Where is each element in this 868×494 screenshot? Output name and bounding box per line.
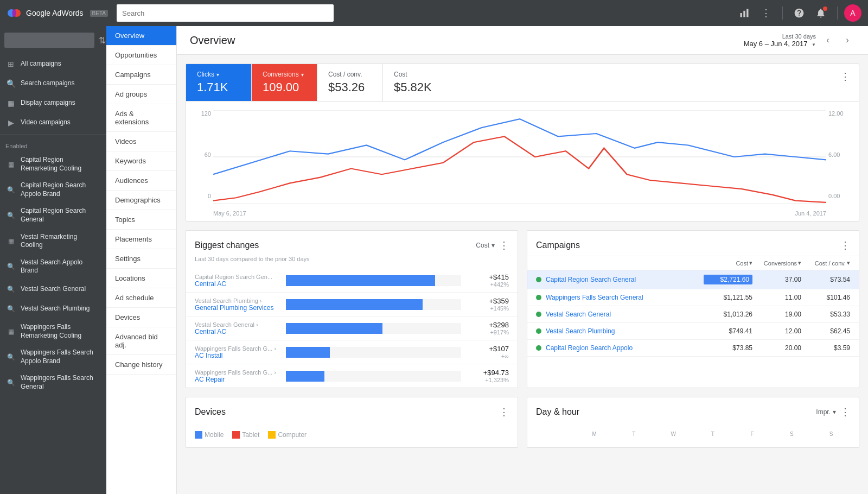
notification-icon[interactable] [811, 3, 831, 23]
notification-dot [823, 7, 827, 11]
biggest-changes-filter[interactable]: Cost [471, 239, 499, 251]
date-next-button[interactable] [840, 33, 855, 48]
app-logo[interactable]: Google AdWords BETA [7, 5, 108, 21]
changes-name-2[interactable]: General Plumbing Services [195, 304, 282, 312]
sidebar-item-all-campaigns[interactable]: ⊞ All campaigns ⋮ [0, 54, 106, 74]
changes-name-1[interactable]: Central AC [195, 280, 282, 288]
sidebar-label-display-campaigns: Display campaigns [21, 99, 88, 107]
search-campaign-icon-4: 🔍 [5, 284, 16, 295]
day-hour-filter[interactable]: Impr. [812, 406, 840, 418]
devices-more-button[interactable]: ⋮ [499, 406, 509, 418]
date-range-value[interactable]: May 6 – Jun 4, 2017 [744, 40, 816, 48]
metrics-more-button[interactable]: ⋮ [832, 64, 859, 101]
cpa-value: $53.26 [328, 80, 372, 94]
help-icon[interactable] [789, 3, 809, 23]
metrics-chart-container: Clicks 1.71K Conversions 109.00 [186, 64, 859, 221]
nav-item-overview[interactable]: Overview [106, 26, 176, 46]
campaign-cost-4: $749.41 [704, 327, 752, 335]
sidebar-campaign-cap-appolo[interactable]: 🔍 Capital Region Search Appolo Brand [0, 177, 106, 202]
search-campaign-icon-1: 🔍 [5, 185, 16, 195]
nav-item-keywords[interactable]: Keywords [106, 151, 176, 171]
campaigns-panel-more-button[interactable]: ⋮ [840, 239, 850, 251]
top-search-input[interactable] [117, 4, 334, 22]
nav-item-devices[interactable]: Devices [106, 308, 176, 327]
campaigns-col-cpa[interactable]: Cost / conv. [801, 259, 850, 267]
campaign-status-dot-5 [536, 345, 541, 351]
changes-bar-container-3 [286, 323, 461, 334]
sidebar-sort-button[interactable]: ⇅ [99, 35, 106, 46]
campaign-row-5: Capital Region Search Appolo $73.85 20.0… [527, 340, 859, 357]
metrics-row: Clicks 1.71K Conversions 109.00 [186, 64, 859, 102]
campaign-name-5[interactable]: Capital Region Search Appolo [546, 344, 704, 352]
nav-item-settings[interactable]: Settings [106, 249, 176, 269]
nav-item-ad-groups[interactable]: Ad groups [106, 85, 176, 104]
sidebar-campaign-vestal-plumbing[interactable]: 🔍 Vestal Search Plumbing [0, 299, 106, 319]
campaign-name-1[interactable]: Capital Region Search General [546, 276, 704, 283]
campaigns-col-cost[interactable]: Cost [704, 259, 752, 267]
nav-item-ads-extensions[interactable]: Ads & extensions [106, 104, 176, 132]
metric-card-conversions[interactable]: Conversions 109.00 [252, 64, 317, 101]
sidebar-campaign-vestal-general[interactable]: 🔍 Vestal Search General [0, 280, 106, 299]
sidebar-campaign-vestal-remarket[interactable]: ▦ Vestal Remarketing Cooling [0, 229, 106, 254]
chevron-left-icon [826, 35, 829, 45]
nav-item-locations[interactable]: Locations [106, 269, 176, 288]
sidebar-campaign-wappingers-remarket[interactable]: ▦ Wappingers Falls Remarketing Cooling [0, 319, 106, 344]
avatar[interactable]: A [844, 4, 861, 22]
campaign-cpa-3: $53.33 [801, 311, 850, 318]
sidebar-search-input[interactable] [4, 33, 94, 48]
sidebar-campaign-wappingers-general[interactable]: 🔍 Wappingers Falls Search General [0, 370, 106, 395]
campaign-cpa-2: $101.46 [801, 294, 850, 301]
nav-item-placements[interactable]: Placements [106, 230, 176, 249]
conversions-label: Conversions [263, 71, 306, 78]
campaign-status-dot-3 [536, 312, 541, 317]
date-prev-button[interactable] [820, 33, 835, 48]
changes-row: Vestal Search General › Central AC +$298… [186, 316, 518, 340]
more-icon[interactable]: ⋮ [756, 3, 776, 23]
campaigns-col-conversions[interactable]: Conversions [752, 259, 801, 267]
conversions-value: 109.00 [263, 80, 306, 94]
day-hour-more-button[interactable]: ⋮ [840, 406, 850, 418]
campaign-name-2[interactable]: Wappingers Falls Search General [546, 294, 704, 301]
campaign-name-3[interactable]: Vestal Search General [546, 311, 704, 318]
changes-amount-5: +$94.73 [465, 369, 509, 377]
changes-name-3[interactable]: Central AC [195, 328, 282, 335]
day-hour-filter-icon [833, 408, 836, 416]
changes-table: Capital Region Search Gen... Central AC … [186, 269, 518, 388]
nav-item-change-history[interactable]: Change history [106, 355, 176, 375]
sidebar-item-search-campaigns[interactable]: 🔍 Search campaigns ⋮ [0, 74, 106, 93]
metric-card-cost[interactable]: Cost $5.82K [383, 64, 448, 101]
changes-name-5[interactable]: AC Repair [195, 376, 282, 383]
nav-item-audiences[interactable]: Audiences [106, 171, 176, 191]
nav-item-advanced-bid[interactable]: Advanced bid adj. [106, 327, 176, 355]
metric-card-clicks[interactable]: Clicks 1.71K [186, 64, 251, 101]
date-range-chevron-icon [812, 41, 816, 47]
reports-icon[interactable] [735, 3, 754, 23]
biggest-changes-more-button[interactable]: ⋮ [499, 239, 509, 251]
nav-item-ad-schedule[interactable]: Ad schedule [106, 288, 176, 308]
sidebar-item-display-campaigns[interactable]: ▦ Display campaigns ⋮ [0, 93, 106, 113]
nav-item-demographics[interactable]: Demographics [106, 191, 176, 210]
sidebar-campaign-vestal-appolo[interactable]: 🔍 Vestal Search Appolo Brand [0, 254, 106, 280]
sidebar-label-vestal-plumbing: Vestal Search Plumbing [21, 305, 101, 313]
changes-name-4[interactable]: AC Install [195, 352, 282, 359]
nav-item-campaigns[interactable]: Campaigns [106, 65, 176, 85]
nav-item-opportunities[interactable]: Opportunities [106, 46, 176, 65]
sidebar-campaign-wappingers-appolo[interactable]: 🔍 Wappingers Falls Search Appolo Brand [0, 344, 106, 370]
nav-item-topics[interactable]: Topics [106, 210, 176, 230]
nav-item-videos[interactable]: Videos [106, 132, 176, 151]
sidebar-campaign-cap-remarket[interactable]: ▦ Capital Region Remarketing Cooling [0, 151, 106, 177]
campaign-status-dot-2 [536, 295, 541, 300]
clicks-dropdown-icon [216, 72, 219, 78]
campaign-name-4[interactable]: Vestal Search Plumbing [546, 327, 704, 335]
changes-bar-container-5 [286, 371, 461, 382]
changes-campaign-4: Wappingers Falls Search G... › AC Instal… [195, 345, 282, 359]
filter-dropdown-icon [492, 242, 495, 249]
nav-divider-2 [837, 7, 838, 20]
sidebar-item-video-campaigns[interactable]: ▶ Video campaigns ⋮ [0, 113, 106, 132]
sidebar-label-cap-remarket: Capital Region Remarketing Cooling [21, 156, 101, 173]
sidebar-campaign-cap-general[interactable]: 🔍 Capital Region Search General [0, 202, 106, 228]
chart-container: 120 60 0 12.00 6.00 0.00 [186, 102, 859, 221]
changes-row: Capital Region Search Gen... Central AC … [186, 269, 518, 292]
campaign-row-3: Vestal Search General $1,013.26 19.00 $5… [527, 306, 859, 323]
metric-card-cpa[interactable]: Cost / conv. $53.26 [317, 64, 382, 101]
